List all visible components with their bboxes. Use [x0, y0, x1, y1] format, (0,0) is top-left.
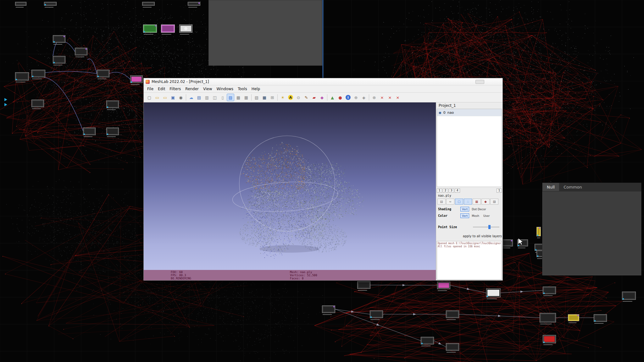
layer-list[interactable]: ◉ 0 nao — [437, 109, 502, 187]
color-row: Color VertMeshUser — [436, 212, 502, 219]
render-flat-icon[interactable]: ◆ — [481, 199, 490, 205]
upload-to-web-icon[interactable]: ☁ — [187, 94, 195, 101]
color-label: Color — [438, 214, 459, 217]
menu-render[interactable]: Render — [183, 86, 201, 92]
menu-filters[interactable]: Filters — [167, 86, 183, 92]
mesh-filename: nao.ply — [436, 193, 502, 198]
render-curve-icon[interactable]: ≈ — [446, 199, 454, 205]
render-mode-row: ▤≈▢∴▦◆▨ — [436, 198, 502, 206]
light-on-off-icon[interactable]: ☀ — [279, 94, 286, 101]
apply-to-all-label[interactable]: apply to all visible layers — [436, 233, 502, 239]
menubar: FileEditFiltersRenderViewWindowsToolsHel… — [144, 85, 502, 93]
close-view-icon[interactable]: ▯ — [219, 94, 226, 101]
window-minimize-button[interactable] — [475, 80, 484, 84]
status-left-block: FOV: 60FPS: 80.3BO_RENDERING — [171, 271, 191, 280]
color-option-mesh[interactable]: Mesh — [470, 213, 481, 218]
project-panel-title: Project_1 — [436, 102, 502, 109]
texture-param-icon[interactable]: ▲ — [329, 94, 336, 101]
log-line: Opened mesh E:\TouchDesigner\TouchDesign… — [438, 242, 501, 245]
menu-windows[interactable]: Windows — [214, 86, 236, 92]
shading-label: Shading — [438, 207, 459, 211]
mesh-tab-4[interactable]: 4 — [455, 189, 460, 193]
point-probe-icon[interactable]: ⊙ — [295, 94, 302, 101]
tab-null[interactable]: Null — [542, 183, 559, 191]
status-line: Vertices: 52,500 — [290, 274, 321, 277]
menu-edit[interactable]: Edit — [156, 86, 167, 92]
layer-name: nao — [447, 111, 454, 115]
status-line: Mesh: nao.ply — [290, 271, 321, 274]
document-tabs: 12341 — [436, 187, 502, 193]
render-wireframe-icon[interactable]: ▦ — [473, 199, 481, 205]
mesh-tab-3[interactable]: 3 — [449, 189, 454, 193]
layer-visibility-icon[interactable]: ◉ — [439, 111, 441, 114]
mesh-tab-1[interactable]: 1 — [437, 189, 442, 193]
points-draw-mode-icon[interactable]: ▨ — [227, 94, 234, 101]
slider-handle[interactable] — [488, 225, 491, 229]
status-line: BO_RENDERING — [171, 277, 191, 280]
window-title: MeshLab 2022.02 - [Project_1] — [152, 80, 209, 84]
color-per-vertex-icon[interactable]: ◆ — [318, 94, 326, 101]
point-size-slider[interactable] — [473, 227, 499, 228]
layers-panel: Project_1 ◉ 0 nao 12341 nao.ply ▤≈▢∴▦◆▨ … — [436, 102, 502, 280]
bbox-icon[interactable]: ■ — [261, 94, 268, 101]
save-mesh-icon[interactable]: ▣ — [169, 94, 177, 101]
render-layers-icon[interactable]: ▤ — [437, 199, 446, 205]
text-label-icon[interactable]: A — [287, 94, 294, 101]
render-points-icon[interactable]: ∴ — [464, 199, 472, 205]
render-texture-icon[interactable]: ▨ — [490, 199, 498, 205]
viewport-status-bar: FOV: 60FPS: 80.3BO_RENDERING Mesh: nao.p… — [144, 270, 436, 280]
delete-selected-faces-icon[interactable]: × — [386, 94, 394, 101]
shading-option-vert[interactable]: Vert — [460, 207, 469, 211]
menu-help[interactable]: Help — [249, 86, 262, 92]
menu-view[interactable]: View — [201, 86, 214, 92]
status-line: FPS: 80.3 — [171, 274, 191, 277]
show-raster-dialog-icon[interactable]: ▥ — [203, 94, 211, 101]
measure-tool-icon[interactable]: ✎ — [303, 94, 310, 101]
titlebar[interactable]: MeshLab 2022.02 - [Project_1] — [144, 78, 502, 85]
shading-option-dot-decor[interactable]: Dot Decor — [470, 207, 487, 211]
layer-row[interactable]: ◉ 0 nao — [437, 109, 502, 116]
open-mesh-icon[interactable]: ▭ — [161, 94, 169, 101]
floating-gray-panel — [208, 0, 322, 66]
color-option-vert[interactable]: Vert — [460, 213, 469, 218]
color-option-user[interactable]: User — [482, 213, 491, 218]
flat-draw-mode-icon[interactable]: ▦ — [242, 94, 250, 101]
manipulator-icon[interactable]: ● — [336, 94, 344, 101]
open-project-icon[interactable]: ▭ — [153, 94, 161, 101]
td-dialog-body — [543, 191, 641, 275]
toolbar-separator — [327, 94, 327, 101]
mesh-tab-2[interactable]: 2 — [443, 189, 448, 193]
select-vertices-icon[interactable]: ⊕ — [352, 94, 360, 101]
viewport-3d[interactable]: FOV: 60FPS: 80.3BO_RENDERING Mesh: nao.p… — [144, 102, 436, 280]
save-snapshot-icon[interactable]: ◉ — [177, 94, 185, 101]
point-size-row: Point Size — [436, 223, 502, 230]
layer-index: 0 — [443, 111, 446, 115]
new-project-icon[interactable]: ▢ — [146, 94, 153, 101]
log-line: All files opened in 336 msec — [438, 245, 501, 248]
show-axis-icon[interactable]: ⊞ — [269, 94, 276, 101]
mesh-info-icon[interactable]: i — [344, 94, 352, 101]
desktop: Null Common MeshLab 2022.02 - [Project_1… — [0, 0, 644, 362]
toolbar-separator — [277, 94, 278, 101]
toolbar-separator — [369, 94, 369, 101]
status-mesh-block: Mesh: nao.plyVertices: 52,500Faces: 0Sel… — [290, 271, 321, 280]
wireframe-draw-mode-icon[interactable]: ▩ — [235, 94, 242, 101]
menu-file[interactable]: File — [145, 86, 156, 92]
td-parameter-dialog: Null Common — [542, 183, 641, 276]
show-layer-dialog-icon[interactable]: ▤ — [195, 94, 203, 101]
delete-faces-and-vertices-icon[interactable]: × — [394, 94, 402, 101]
select-faces-icon[interactable]: ◈ — [360, 94, 368, 101]
z-painting-icon[interactable]: ▰ — [310, 94, 318, 101]
mesh-tab-overflow[interactable]: 1 — [497, 189, 502, 193]
menu-tools[interactable]: Tools — [236, 86, 249, 92]
meshlab-app-icon — [146, 80, 150, 84]
select-connected-icon[interactable]: ⊗ — [370, 94, 378, 101]
tab-common[interactable]: Common — [559, 183, 586, 191]
smooth-draw-mode-icon[interactable]: ▧ — [253, 94, 260, 101]
render-box-icon[interactable]: ▢ — [455, 199, 463, 205]
delete-selected-vertices-icon[interactable]: × — [378, 94, 386, 101]
split-view-icon[interactable]: ◫ — [211, 94, 219, 101]
point-cloud-canvas[interactable] — [144, 102, 436, 272]
point-size-label: Point Size — [438, 225, 459, 229]
log-output: Opened mesh E:\TouchDesigner\TouchDesign… — [437, 241, 502, 280]
